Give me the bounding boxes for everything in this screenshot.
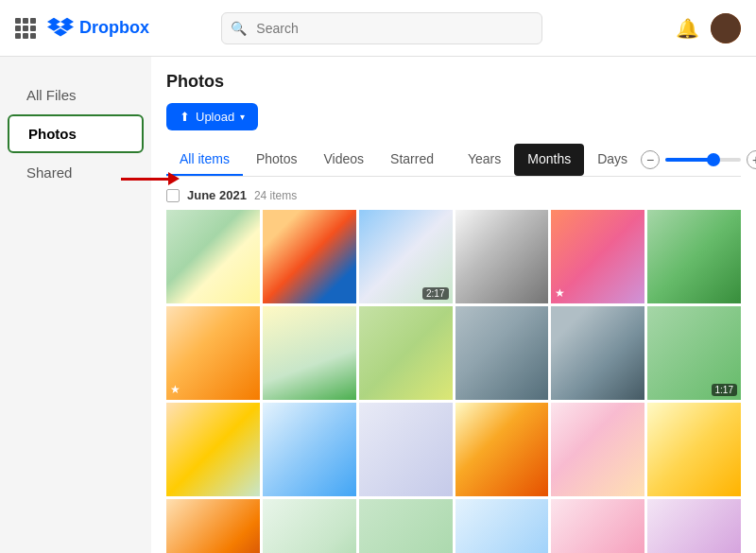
nav-right: 🔔 bbox=[676, 13, 741, 43]
photo-grid-row-4 bbox=[166, 499, 741, 553]
photo-cell[interactable] bbox=[551, 306, 644, 400]
photo-cell[interactable] bbox=[359, 499, 453, 553]
video-duration-badge: 1:17 bbox=[712, 384, 737, 396]
search-icon: 🔍 bbox=[231, 21, 247, 36]
tab-photos[interactable]: Photos bbox=[243, 144, 311, 176]
photo-cell[interactable]: 1:17 bbox=[647, 306, 741, 400]
avatar[interactable] bbox=[711, 13, 741, 43]
layout: All Files Photos Shared Photos ⬆ Upload … bbox=[0, 57, 756, 553]
tab-days[interactable]: Days bbox=[584, 144, 641, 176]
zoom-in-button[interactable]: + bbox=[747, 150, 756, 169]
main-content: Photos ⬆ Upload ▾ All items Photos Video… bbox=[151, 57, 756, 553]
photo-grid-row-2: ★ 1:17 bbox=[166, 306, 741, 400]
dropbox-logo-icon bbox=[47, 15, 74, 42]
photo-cell[interactable] bbox=[455, 210, 549, 303]
tab-starred[interactable]: Starred bbox=[377, 144, 447, 176]
zoom-out-button[interactable]: − bbox=[641, 150, 660, 169]
photo-cell[interactable]: ★ bbox=[551, 210, 644, 303]
tabs-row: All items Photos Videos Starred Years Mo… bbox=[166, 144, 741, 177]
section-header: June 2021 24 items bbox=[166, 188, 741, 202]
photo-cell[interactable] bbox=[263, 210, 356, 303]
photo-cell[interactable] bbox=[647, 210, 741, 303]
photo-cell[interactable] bbox=[455, 403, 549, 496]
bell-icon[interactable]: 🔔 bbox=[676, 17, 699, 40]
photo-cell[interactable] bbox=[359, 403, 453, 496]
logo[interactable]: Dropbox bbox=[47, 15, 149, 42]
top-nav: Dropbox 🔍 🔔 bbox=[0, 0, 756, 57]
app-grid-icon[interactable] bbox=[15, 18, 36, 39]
photo-grid-row-3 bbox=[166, 403, 741, 496]
tab-all-items[interactable]: All items bbox=[166, 144, 243, 176]
photo-cell[interactable] bbox=[166, 499, 260, 553]
photo-cell[interactable]: 2:17 bbox=[359, 210, 453, 303]
video-duration-badge: 2:17 bbox=[422, 287, 448, 300]
photo-cell[interactable] bbox=[455, 499, 549, 553]
tab-months[interactable]: Months bbox=[514, 144, 584, 176]
photo-grid-row-1: 2:17 ★ bbox=[166, 210, 741, 303]
photo-cell[interactable] bbox=[359, 306, 453, 400]
page-title: Photos bbox=[166, 72, 741, 92]
sidebar: All Files Photos Shared bbox=[0, 57, 151, 553]
photo-cell[interactable] bbox=[166, 210, 260, 303]
logo-text: Dropbox bbox=[79, 18, 149, 38]
star-badge: ★ bbox=[555, 286, 565, 300]
section-count: 24 items bbox=[254, 189, 297, 202]
upload-caret-icon: ▾ bbox=[240, 112, 245, 122]
tab-years[interactable]: Years bbox=[455, 144, 514, 176]
star-badge: ★ bbox=[170, 383, 180, 396]
photo-cell[interactable] bbox=[551, 499, 644, 553]
sidebar-item-all-files[interactable]: All Files bbox=[8, 78, 144, 112]
tab-videos[interactable]: Videos bbox=[311, 144, 378, 176]
zoom-controls: − + bbox=[641, 150, 756, 169]
sidebar-item-photos[interactable]: Photos bbox=[8, 114, 144, 153]
section-title: June 2021 bbox=[187, 188, 247, 202]
photo-cell[interactable] bbox=[647, 499, 741, 553]
search-bar: 🔍 bbox=[221, 12, 542, 44]
photo-cell[interactable]: ★ bbox=[166, 306, 260, 400]
red-arrow-annotation bbox=[121, 172, 180, 185]
zoom-slider[interactable] bbox=[665, 158, 741, 162]
section-checkbox[interactable] bbox=[166, 189, 180, 202]
photo-cell[interactable] bbox=[263, 499, 356, 553]
photo-cell[interactable] bbox=[166, 403, 260, 496]
photo-cell[interactable] bbox=[647, 403, 741, 496]
upload-icon: ⬆ bbox=[180, 110, 190, 124]
photo-cell[interactable] bbox=[263, 403, 356, 496]
photo-cell[interactable] bbox=[263, 306, 356, 400]
photo-cell[interactable] bbox=[551, 403, 644, 496]
upload-button[interactable]: ⬆ Upload ▾ bbox=[166, 103, 258, 130]
photo-cell[interactable] bbox=[455, 306, 549, 400]
search-input[interactable] bbox=[221, 12, 542, 44]
